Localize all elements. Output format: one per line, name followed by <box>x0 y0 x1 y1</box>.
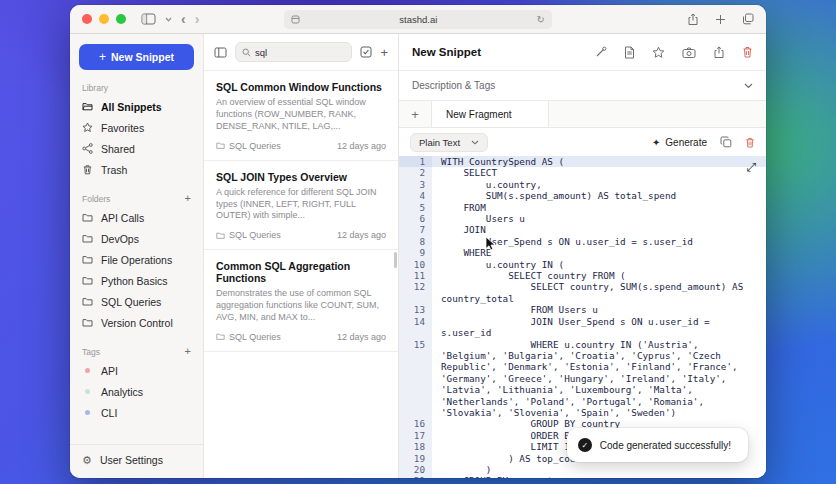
line-number: 18 <box>399 441 432 452</box>
new-snippet-button[interactable]: + New Snippet <box>79 44 194 70</box>
code-text: JOIN <box>432 224 766 235</box>
code-line: 1WITH CountrySpend AS ( <box>399 156 766 167</box>
document-icon[interactable] <box>624 46 635 59</box>
select-snippets-icon[interactable] <box>360 46 372 58</box>
description-tags-section[interactable]: Description & Tags <box>399 71 766 101</box>
screenshot-camera-icon[interactable] <box>682 47 696 58</box>
code-text: JOIN User_Spend s ON u.user_id = s.user_… <box>432 316 766 339</box>
sidebar-folder-devops[interactable]: DevOps <box>79 228 194 249</box>
code-line: 20 ) <box>399 464 766 475</box>
expand-editor-icon[interactable]: ⤢ <box>746 161 756 173</box>
main-content: + New Snippet Library All Snippets Favor… <box>70 34 766 478</box>
code-text: WHERE u.country IN ('Austria', 'Belgium'… <box>432 339 766 419</box>
zoom-window-button[interactable] <box>116 14 126 24</box>
list-scrollbar-thumb[interactable] <box>394 252 397 268</box>
code-line: 7 JOIN <box>399 224 766 235</box>
code-text: FROM <box>432 202 766 213</box>
code-text: SUM(s.spend_amount) AS total_spend <box>432 190 766 201</box>
copy-code-icon[interactable] <box>720 136 732 148</box>
snippet-list: SQL Common Window Functions An overview … <box>204 70 398 352</box>
delete-snippet-icon[interactable] <box>742 46 753 58</box>
list-sidebar-toggle-icon[interactable] <box>214 47 227 58</box>
code-toolbar: Plain Text ✦ Generate <box>399 128 766 156</box>
snippet-list-panel: sql + SQL Common Window Functions An ove… <box>204 34 399 478</box>
add-snippet-icon[interactable]: + <box>380 46 388 59</box>
sidebar-folder-version-control[interactable]: Version Control <box>79 312 194 333</box>
code-line: 12 SELECT country, SUM(s.spend_amount) A… <box>399 281 766 304</box>
search-input[interactable]: sql <box>235 42 352 62</box>
tab-overview-icon[interactable] <box>742 13 754 25</box>
sidebar-folder-python-basics[interactable]: Python Basics <box>79 270 194 291</box>
address-bar[interactable]: stashd.ai ↻ <box>284 10 552 29</box>
delete-fragment-icon[interactable] <box>745 137 755 148</box>
close-window-button[interactable] <box>82 14 92 24</box>
user-settings-label: User Settings <box>100 454 163 466</box>
folder-icon <box>82 254 93 265</box>
sidebar-item-favorites[interactable]: Favorites <box>79 117 194 138</box>
user-settings-button[interactable]: ⚙ User Settings <box>70 444 203 468</box>
snippet-row[interactable]: Common SQL Aggregation Functions Demonst… <box>204 250 398 352</box>
folder-icon <box>216 332 225 341</box>
export-icon[interactable] <box>713 46 725 59</box>
fragment-tab-label: New Fragment <box>446 109 512 120</box>
minimize-window-button[interactable] <box>99 14 109 24</box>
sidebar-chevron-down-icon[interactable] <box>165 17 172 22</box>
line-number: 8 <box>399 236 432 247</box>
detail-header: New Snippet <box>399 34 766 71</box>
new-snippet-label: New Snippet <box>111 51 174 63</box>
snippet-meta: SQL Queries 12 days ago <box>216 332 386 342</box>
add-folder-icon[interactable]: + <box>185 193 191 204</box>
page-icon <box>291 15 300 24</box>
fragment-tab[interactable]: New Fragment <box>431 101 549 127</box>
detail-title: New Snippet <box>412 46 595 58</box>
sidebar-folder-file-operations[interactable]: File Operations <box>79 249 194 270</box>
new-tab-icon[interactable] <box>715 14 726 25</box>
snippet-row[interactable]: SQL Common Window Functions An overview … <box>204 71 398 161</box>
add-tag-icon[interactable]: + <box>185 346 191 357</box>
list-header: sql + <box>204 34 398 70</box>
code-text: u.country IN ( <box>432 259 766 270</box>
sidebar-item-trash[interactable]: Trash <box>79 159 194 180</box>
line-number: 5 <box>399 202 432 213</box>
code-text: User_Spend s ON u.user_id = s.user_id <box>432 236 766 247</box>
forward-button[interactable]: › <box>195 12 200 26</box>
tag-color-dot <box>85 368 90 373</box>
back-button[interactable]: ‹ <box>181 12 186 26</box>
trash-icon <box>82 164 93 175</box>
browser-sidebar-toggle-icon[interactable] <box>141 13 156 25</box>
toast-notification: ✓ Code generated successfully! <box>567 428 748 462</box>
code-line: 4 SUM(s.spend_amount) AS total_spend <box>399 190 766 201</box>
sidebar-item-label: File Operations <box>101 254 172 266</box>
line-number: 10 <box>399 259 432 270</box>
check-circle-icon: ✓ <box>578 438 592 452</box>
sidebar-tag-api[interactable]: API <box>79 360 194 381</box>
share-icon[interactable] <box>687 13 699 26</box>
code-text: WHERE <box>432 247 766 258</box>
sidebar-item-label: Shared <box>101 143 135 155</box>
sidebar-folder-sql-queries[interactable]: SQL Queries <box>79 291 194 312</box>
add-fragment-icon[interactable]: + <box>399 101 431 127</box>
fragment-tab-bar: + New Fragment <box>399 101 766 128</box>
sidebar-folder-api-calls[interactable]: API Calls <box>79 207 194 228</box>
code-text: Users u <box>432 213 766 224</box>
language-select[interactable]: Plain Text <box>410 133 488 152</box>
code-line: 11 SELECT country FROM ( <box>399 270 766 281</box>
snippet-description: An overview of essential SQL window func… <box>216 97 386 133</box>
sidebar-tag-analytics[interactable]: Analytics <box>79 381 194 402</box>
sidebar-tag-cli[interactable]: CLI <box>79 402 194 423</box>
line-number: 20 <box>399 464 432 475</box>
sidebar-item-all-snippets[interactable]: All Snippets <box>79 96 194 117</box>
sidebar-item-label: Analytics <box>101 386 143 398</box>
generate-button[interactable]: ✦ Generate <box>652 137 707 148</box>
line-number: 9 <box>399 247 432 258</box>
folder-icon <box>82 212 93 223</box>
snippet-meta: SQL Queries 12 days ago <box>216 141 386 151</box>
folder-icon <box>82 317 93 328</box>
snippet-row[interactable]: SQL JOIN Types Overview A quick referenc… <box>204 161 398 251</box>
reload-icon[interactable]: ↻ <box>537 14 545 25</box>
favorite-star-icon[interactable] <box>652 46 665 59</box>
ai-wand-icon[interactable] <box>595 46 607 58</box>
snippet-folder-label: SQL Queries <box>229 230 281 240</box>
sidebar-item-shared[interactable]: Shared <box>79 138 194 159</box>
folder-open-icon <box>82 101 93 112</box>
